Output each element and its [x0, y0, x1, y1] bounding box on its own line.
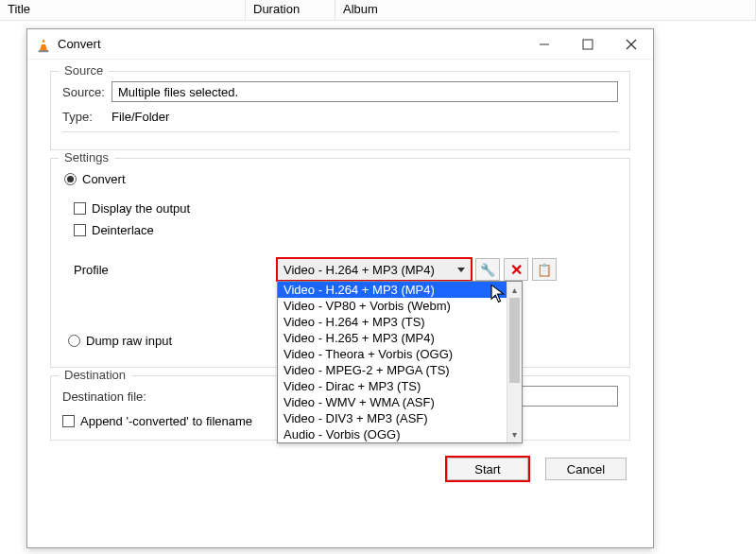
convert-radio-label: Convert — [82, 172, 126, 186]
destination-file-label: Destination file: — [62, 390, 146, 404]
profile-option[interactable]: Video - VP80 + Vorbis (Webm) — [278, 298, 507, 314]
dialog-title: Convert — [58, 37, 523, 51]
dropdown-scrollbar[interactable]: ▴ ▾ — [507, 282, 522, 442]
svg-rect-2 — [42, 42, 46, 43]
deinterlace-checkbox[interactable]: Deinterlace — [74, 223, 154, 237]
settings-group: Settings Convert Display the output Dein… — [50, 158, 630, 368]
wrench-icon: 🔧 — [480, 263, 495, 277]
type-label: Type: — [62, 110, 112, 124]
minimize-button[interactable] — [523, 29, 566, 60]
column-album[interactable]: Album — [335, 0, 756, 20]
titlebar[interactable]: Convert — [27, 29, 653, 60]
scroll-down-icon[interactable]: ▾ — [507, 426, 522, 442]
scroll-thumb[interactable] — [509, 298, 520, 383]
svg-rect-5 — [583, 40, 593, 49]
source-input[interactable] — [112, 81, 618, 102]
delete-icon: ✕ — [510, 261, 523, 279]
dialog-buttons: Start Cancel — [50, 448, 630, 480]
maximize-button[interactable] — [566, 29, 610, 60]
profile-option[interactable]: Video - Theora + Vorbis (OGG) — [278, 346, 507, 362]
profile-option[interactable]: Video - H.265 + MP3 (MP4) — [278, 330, 507, 346]
display-output-label: Display the output — [92, 201, 190, 216]
start-button[interactable]: Start — [447, 458, 528, 480]
append-converted-label: Append '-converted' to filename — [80, 414, 252, 428]
column-title[interactable]: Title — [0, 0, 246, 20]
display-output-checkbox[interactable]: Display the output — [74, 201, 190, 216]
profile-dropdown-list[interactable]: Video - H.264 + MP3 (MP4) Video - VP80 +… — [278, 282, 507, 442]
source-legend: Source — [59, 63, 109, 78]
profile-option[interactable]: Audio - Vorbis (OGG) — [278, 426, 507, 442]
profile-option[interactable]: Video - H.264 + MP3 (MP4) — [278, 282, 507, 298]
profile-option[interactable]: Video - MPEG-2 + MPGA (TS) — [278, 362, 507, 378]
new-profile-button[interactable]: 📋 — [532, 258, 557, 281]
close-button[interactable] — [610, 29, 653, 60]
convert-dialog: Convert Source Source: Type: File/Folder… — [26, 28, 654, 548]
divider — [62, 131, 618, 132]
background-columns-header: Title Duration Album — [0, 0, 756, 21]
dump-raw-label: Dump raw input — [86, 334, 172, 348]
type-value: File/Folder — [112, 110, 169, 124]
profile-option[interactable]: Video - WMV + WMA (ASF) — [278, 394, 507, 410]
deinterlace-label: Deinterlace — [92, 223, 154, 237]
profile-dropdown: Video - H.264 + MP3 (MP4) Video - VP80 +… — [277, 281, 523, 443]
new-profile-icon: 📋 — [537, 263, 552, 277]
source-label: Source: — [62, 85, 112, 99]
profile-selected-text: Video - H.264 + MP3 (MP4) — [284, 263, 435, 277]
convert-radio[interactable]: Convert — [64, 172, 126, 186]
profile-option[interactable]: Video - Dirac + MP3 (TS) — [278, 378, 507, 394]
profile-option[interactable]: Video - DIV3 + MP3 (ASF) — [278, 410, 507, 426]
settings-legend: Settings — [59, 150, 114, 164]
dump-raw-radio[interactable]: Dump raw input — [68, 334, 172, 348]
profile-option[interactable]: Video - H.264 + MP3 (TS) — [278, 314, 507, 330]
scroll-up-icon[interactable]: ▴ — [507, 282, 522, 298]
append-converted-checkbox[interactable]: Append '-converted' to filename — [62, 414, 252, 428]
destination-legend: Destination — [59, 368, 131, 382]
edit-profile-button[interactable]: 🔧 — [475, 258, 500, 281]
delete-profile-button[interactable]: ✕ — [504, 258, 528, 281]
profile-label: Profile — [74, 263, 277, 277]
svg-rect-3 — [39, 50, 49, 52]
source-group: Source Source: Type: File/Folder — [50, 71, 630, 150]
chevron-down-icon — [457, 268, 465, 272]
svg-rect-1 — [43, 37, 45, 39]
column-duration[interactable]: Duration — [246, 0, 335, 20]
profile-combobox[interactable]: Video - H.264 + MP3 (MP4) — [277, 258, 472, 281]
vlc-icon — [35, 36, 52, 53]
cancel-button[interactable]: Cancel — [545, 458, 627, 480]
